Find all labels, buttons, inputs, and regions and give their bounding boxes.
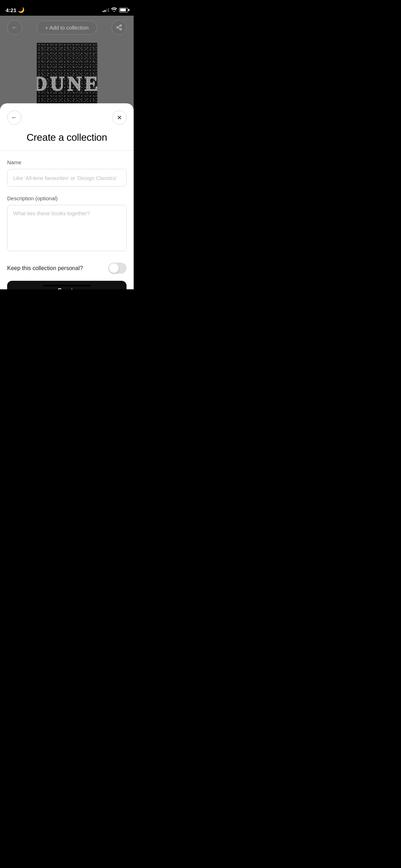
wifi-icon bbox=[111, 7, 117, 13]
privacy-toggle-label: Keep this collection personal? bbox=[7, 265, 83, 272]
time-label: 4:21 bbox=[6, 7, 16, 13]
add-collection-label: + Add to collection bbox=[45, 25, 88, 31]
svg-line-3 bbox=[118, 28, 120, 29]
status-time: 4:21 🌙 bbox=[6, 7, 25, 13]
bg-back-button[interactable]: ← bbox=[7, 20, 22, 35]
svg-point-1 bbox=[117, 27, 118, 29]
modal-close-button[interactable]: ✕ bbox=[112, 110, 127, 125]
signal-icon bbox=[103, 8, 109, 12]
modal-back-button[interactable]: ← bbox=[7, 110, 21, 125]
privacy-toggle-switch[interactable] bbox=[108, 263, 127, 274]
create-collection-modal: ← ✕ Create a collection Name Description… bbox=[0, 103, 134, 289]
moon-icon: 🌙 bbox=[18, 7, 25, 13]
modal-body: Name Description (optional) Keep this co… bbox=[0, 151, 134, 289]
create-button-label: Create bbox=[57, 287, 76, 289]
modal-header: ← ✕ bbox=[0, 103, 134, 130]
name-input[interactable] bbox=[7, 169, 127, 187]
status-bar: 4:21 🌙 bbox=[0, 0, 134, 16]
description-field-label: Description (optional) bbox=[7, 195, 127, 201]
privacy-toggle-row: Keep this collection personal? bbox=[7, 261, 127, 281]
bg-add-to-collection-button[interactable]: + Add to collection bbox=[37, 21, 97, 35]
svg-line-4 bbox=[118, 26, 120, 27]
book-title-text: DUNE bbox=[37, 72, 97, 95]
name-field-label: Name bbox=[7, 159, 127, 165]
bg-share-button[interactable] bbox=[112, 20, 127, 35]
description-input[interactable] bbox=[7, 205, 127, 251]
toggle-knob bbox=[109, 263, 119, 273]
modal-title: Create a collection bbox=[0, 130, 134, 150]
home-indicator bbox=[43, 285, 91, 286]
status-icons bbox=[103, 7, 128, 13]
bg-header: ← + Add to collection bbox=[0, 16, 134, 39]
svg-point-2 bbox=[120, 29, 122, 30]
svg-point-0 bbox=[120, 25, 122, 27]
battery-icon bbox=[119, 8, 128, 12]
